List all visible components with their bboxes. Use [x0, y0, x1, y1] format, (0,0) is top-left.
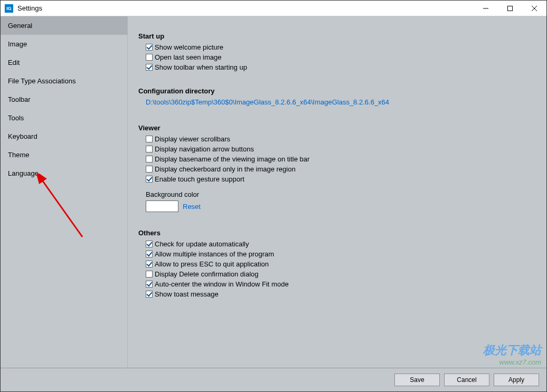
sidebar-item-edit[interactable]: Edit: [1, 53, 127, 72]
others-checkbox-0[interactable]: [146, 241, 153, 247]
others-label-3[interactable]: Display Delete confirmation dialog: [155, 270, 259, 278]
cancel-button[interactable]: Cancel: [444, 374, 489, 386]
bgcolor-reset-link[interactable]: Reset: [183, 203, 201, 211]
viewer-row-2: Display basename of the viewing image on…: [146, 155, 536, 163]
content: GeneralImageEditFile Type AssociationsTo…: [1, 16, 546, 368]
others-row-1: Allow multiple instances of the program: [146, 250, 536, 258]
viewer-label-4[interactable]: Enable touch gesture support: [155, 175, 244, 183]
others-checkbox-2[interactable]: [146, 261, 153, 267]
viewer-row-3: Display checkerboard only in the image r…: [146, 165, 536, 173]
viewer-row-0: Display viewer scrollbars: [146, 135, 536, 143]
others-row-0: Check for update automatically: [146, 240, 536, 248]
others-label-0[interactable]: Check for update automatically: [155, 240, 249, 248]
sidebar-item-theme[interactable]: Theme: [1, 146, 127, 164]
section-title-startup: Start up: [138, 32, 536, 40]
startup-checkbox-2[interactable]: [146, 64, 153, 71]
section-title-others: Others: [138, 229, 536, 237]
minimize-button[interactable]: [474, 1, 498, 16]
viewer-checkbox-2[interactable]: [146, 156, 153, 162]
others-label-5[interactable]: Show toast message: [155, 290, 219, 298]
sidebar-item-language[interactable]: Language: [1, 164, 127, 183]
maximize-button[interactable]: [498, 1, 522, 16]
titlebar: IG Settings: [1, 1, 546, 16]
window-title: Settings: [17, 4, 474, 12]
sidebar-item-file-type-associations[interactable]: File Type Associations: [1, 72, 127, 90]
bgcolor-swatch[interactable]: [146, 200, 178, 212]
viewer-checkbox-4[interactable]: [146, 176, 153, 183]
viewer-checkbox-1[interactable]: [146, 146, 153, 152]
others-checkbox-4[interactable]: [146, 281, 153, 288]
others-checkbox-3[interactable]: [146, 271, 153, 278]
sidebar-item-tools[interactable]: Tools: [1, 109, 127, 127]
startup-row-1: Open last seen image: [146, 53, 536, 61]
others-row-5: Show toast message: [146, 290, 536, 298]
sidebar-item-keyboard[interactable]: Keyboard: [1, 127, 127, 146]
startup-checkbox-1[interactable]: [146, 54, 153, 61]
viewer-row-1: Display navigation arrow buttons: [146, 145, 536, 153]
bgcolor-label: Background color: [146, 190, 536, 198]
others-row-2: Allow to press ESC to quit application: [146, 260, 536, 268]
app-icon: IG: [5, 4, 13, 13]
viewer-checkbox-0[interactable]: [146, 136, 153, 142]
svg-rect-1: [508, 6, 513, 11]
viewer-label-3[interactable]: Display checkerboard only in the image r…: [155, 165, 296, 173]
sidebar-item-toolbar[interactable]: Toolbar: [1, 90, 127, 109]
startup-row-2: Show toolbar when starting up: [146, 63, 536, 71]
sidebar-item-image[interactable]: Image: [1, 35, 127, 53]
others-label-4[interactable]: Auto-center the window in Window Fit mod…: [155, 280, 289, 288]
close-button[interactable]: [522, 1, 546, 16]
section-title-configdir: Configuration directory: [138, 87, 536, 95]
startup-label-0[interactable]: Show welcome picture: [155, 43, 223, 51]
others-row-4: Auto-center the window in Window Fit mod…: [146, 280, 536, 288]
startup-label-2[interactable]: Show toolbar when starting up: [155, 63, 247, 71]
apply-button[interactable]: Apply: [494, 374, 539, 386]
others-row-3: Display Delete confirmation dialog: [146, 270, 536, 278]
main-panel: Start up Show welcome pictureOpen last s…: [127, 16, 546, 368]
others-label-1[interactable]: Allow multiple instances of the program: [155, 250, 274, 258]
others-label-2[interactable]: Allow to press ESC to quit application: [155, 260, 269, 268]
others-checkbox-5[interactable]: [146, 291, 153, 298]
startup-label-1[interactable]: Open last seen image: [155, 53, 221, 61]
sidebar: GeneralImageEditFile Type AssociationsTo…: [1, 16, 127, 368]
viewer-label-2[interactable]: Display basename of the viewing image on…: [155, 155, 309, 163]
viewer-checkbox-3[interactable]: [146, 166, 153, 173]
others-checkbox-1[interactable]: [146, 251, 153, 257]
footer: Save Cancel Apply: [1, 368, 546, 391]
config-path-link[interactable]: D:\tools\360zip$Temp\360$0\ImageGlass_8.…: [146, 98, 389, 106]
save-button[interactable]: Save: [394, 374, 440, 386]
startup-checkbox-0[interactable]: [146, 44, 153, 51]
viewer-label-1[interactable]: Display navigation arrow buttons: [155, 145, 254, 153]
section-title-viewer: Viewer: [138, 124, 536, 132]
viewer-row-4: Enable touch gesture support: [146, 175, 536, 183]
startup-row-0: Show welcome picture: [146, 43, 536, 51]
viewer-label-0[interactable]: Display viewer scrollbars: [155, 135, 230, 143]
sidebar-item-general[interactable]: General: [1, 16, 127, 35]
window-buttons: [474, 1, 546, 16]
